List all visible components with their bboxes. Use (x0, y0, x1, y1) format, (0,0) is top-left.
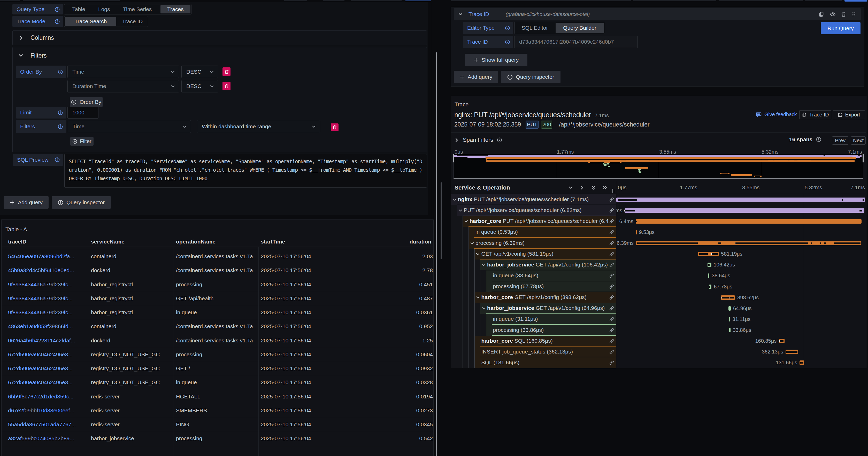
add-query-button[interactable]: Add query (4, 196, 49, 208)
span-name-row[interactable]: harbor_jobservice GET /api/v1/config (64… (451, 303, 616, 314)
span-link-icon[interactable] (609, 317, 614, 322)
span-bar[interactable] (636, 219, 862, 224)
span-bar[interactable] (729, 317, 730, 322)
trace-id-button[interactable]: Trace ID (799, 110, 831, 119)
add-filter-button[interactable]: Filter (70, 137, 94, 145)
span-name-row[interactable]: INSERT job_queue_status (362.13μs) (451, 347, 616, 357)
span-name-row[interactable]: harbor_jobservice GET /api/v1/config (10… (451, 260, 616, 270)
trace-mode-option-trace-id[interactable]: Trace ID (117, 16, 148, 27)
remove-order-by-button[interactable] (222, 67, 230, 76)
cell-traceid[interactable]: d67e2f09bbf10d38e00eef... (8, 408, 89, 414)
cell-traceid[interactable]: 55a5dda3677501ada7767... (8, 421, 89, 428)
span-link-icon[interactable] (609, 328, 614, 333)
span-name-row[interactable]: PUT /api/*/jobservice/queues/scheduler (… (451, 205, 616, 216)
trace-id-input[interactable]: d73a334470617f20047b4009c246d0b7 (514, 36, 638, 48)
chevron-right-icon[interactable] (18, 35, 24, 41)
span-expander-icon[interactable] (482, 263, 486, 267)
span-link-icon[interactable] (609, 208, 614, 213)
cell-traceid[interactable]: 45b9a32d4c5bf9410e0ed... (8, 267, 89, 273)
chevron-down-icon[interactable] (18, 53, 24, 58)
span-link-icon[interactable] (609, 338, 614, 344)
prev-span-button[interactable]: Prev (832, 136, 848, 144)
span-link-icon[interactable] (609, 306, 614, 311)
cell-traceid[interactable]: 672d590ea9c0462496e3... (8, 365, 89, 371)
info-icon[interactable] (55, 19, 60, 24)
span-timeline-row[interactable]: 9.53μs (616, 227, 866, 237)
editor-type-option-query-builder[interactable]: Query Builder (556, 23, 604, 33)
order-by-direction-select-2[interactable]: DESC (181, 80, 218, 92)
limit-input[interactable]: 1000 (67, 107, 98, 119)
info-icon[interactable] (816, 137, 821, 142)
cell-traceid[interactable]: 9f89384344a6a79d239fc... (8, 282, 89, 288)
span-link-icon[interactable] (609, 197, 614, 202)
delete-query-icon[interactable] (841, 12, 846, 17)
expand-all-icon[interactable] (602, 185, 608, 190)
cell-traceid[interactable]: 672d590ea9c0462496e3... (8, 351, 89, 358)
span-timeline-row[interactable]: 67.78μs (616, 281, 866, 292)
columns-section[interactable]: Columns (12, 30, 427, 45)
span-expander-icon[interactable] (475, 252, 480, 256)
span-name-row[interactable]: harbor_core SQL (160.85μs) (451, 336, 616, 347)
hide-query-icon[interactable] (830, 11, 836, 17)
span-name-row[interactable]: GET /api/v1/config (581.19μs) (451, 249, 616, 260)
run-query-button[interactable]: Run Query (821, 22, 861, 34)
query-type-option-logs[interactable]: Logs (93, 4, 115, 14)
cell-traceid[interactable]: 9f89384344a6a79d239fc... (8, 295, 89, 302)
span-timeline-row[interactable]: 398.62μs (616, 292, 866, 303)
query-inspector-button[interactable]: Query inspector (501, 71, 560, 83)
col-header-operationname[interactable]: operationName (176, 238, 216, 245)
span-link-icon[interactable] (609, 295, 614, 300)
query-inspector-button[interactable]: Query inspector (52, 196, 111, 208)
cell-traceid[interactable]: 672d590ea9c0462496e3... (8, 379, 89, 386)
span-link-icon[interactable] (609, 252, 614, 257)
span-name-row[interactable]: processing (67.78μs) (451, 281, 616, 292)
span-timeline-row[interactable]: 6.82ms (616, 205, 866, 216)
col-header-servicename[interactable]: serviceName (91, 238, 125, 245)
col-header-duration[interactable]: duration (354, 238, 431, 245)
span-name-row[interactable]: in queue (31.11μs) (451, 314, 616, 325)
pane-resize-handle[interactable] (436, 53, 437, 456)
info-icon[interactable] (55, 7, 60, 12)
span-name-row[interactable]: SQL (131.66μs) (451, 357, 616, 368)
remove-order-by-button-2[interactable] (222, 82, 230, 90)
span-timeline-row[interactable]: 33.86μs (616, 325, 866, 336)
span-timeline-row[interactable]: 6.4ms (616, 216, 866, 227)
span-timeline-row[interactable]: 581.19μs (616, 249, 866, 260)
minimap-left-handle[interactable] (453, 154, 454, 162)
span-expander-icon[interactable] (475, 295, 480, 300)
right-pane-scrollbar-thumb[interactable] (441, 182, 442, 259)
span-bar[interactable] (625, 208, 864, 213)
span-name-row[interactable]: in queue (9.53μs) (451, 227, 616, 237)
cell-traceid[interactable]: 0626a4b6b4228114c2fdaf... (8, 337, 89, 344)
cell-traceid[interactable]: 546406ea097a3096bd2fa... (8, 253, 89, 260)
span-expander-icon[interactable] (464, 219, 468, 224)
span-link-icon[interactable] (609, 230, 614, 235)
span-timeline-row[interactable]: 31.11μs (616, 314, 866, 325)
span-expander-icon[interactable] (452, 197, 457, 202)
add-query-button[interactable]: Add query (454, 71, 498, 83)
span-name-row[interactable]: nginx PUT /api/*/jobservice/queues/sched… (451, 194, 616, 205)
info-icon[interactable] (497, 137, 502, 142)
query-type-option-traces[interactable]: Traces (160, 5, 190, 13)
span-name-row[interactable]: harbor_core GET /api/v1/config (398.62μs… (451, 292, 616, 303)
duplicate-query-icon[interactable] (819, 12, 824, 17)
chevron-down-icon[interactable] (458, 12, 463, 17)
query-type-option-table[interactable]: Table (64, 4, 93, 14)
cell-traceid[interactable]: a82af599bc074085b2b89... (8, 435, 89, 442)
order-by-field-select-2[interactable]: Duration Time (67, 80, 179, 92)
span-expander-icon[interactable] (458, 208, 463, 213)
span-link-icon[interactable] (609, 241, 614, 246)
info-icon[interactable] (58, 124, 63, 129)
span-name-row[interactable]: harbor_core PUT /api/*/jobservice/queues… (451, 216, 616, 227)
span-timeline-row[interactable]: 6.39ms (616, 238, 866, 249)
collapse-all-icon[interactable] (591, 185, 596, 190)
filter-field-select[interactable]: Time (68, 120, 191, 133)
span-bar[interactable] (616, 198, 865, 202)
span-bar[interactable] (728, 306, 731, 311)
span-timeline-row[interactable]: 7.1ms (616, 194, 866, 205)
info-icon[interactable] (505, 39, 510, 44)
expand-one-icon[interactable] (579, 185, 585, 190)
query-row-header[interactable]: Trace ID(grafana-clickhouse-datasource-o… (454, 8, 861, 20)
span-link-icon[interactable] (609, 349, 614, 355)
span-bar[interactable] (708, 273, 709, 278)
